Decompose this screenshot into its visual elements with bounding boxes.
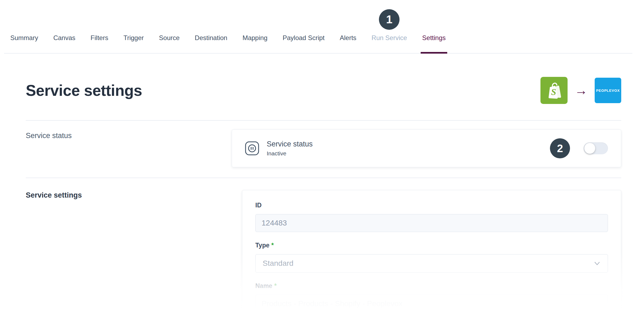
name-field-label: Name*: [255, 282, 608, 289]
tab-mapping[interactable]: Mapping: [243, 34, 268, 42]
annotation-badge-1: 1: [379, 9, 400, 30]
pause-icon: [245, 141, 259, 155]
top-navbar: Summary Canvas Filters Trigger Source De…: [0, 0, 644, 54]
annotation-badge-2: 2: [550, 138, 570, 158]
chevron-down-icon: [594, 260, 601, 267]
tab-payload-script[interactable]: Payload Script: [283, 34, 325, 42]
integration-logos: S → PEOPLEVOX: [540, 77, 621, 104]
type-select[interactable]: Standard: [255, 254, 608, 273]
service-settings-section: Service settings ID Type* Standard: [26, 178, 621, 314]
tab-source[interactable]: Source: [159, 34, 180, 42]
service-status-toggle[interactable]: [584, 142, 608, 154]
id-input[interactable]: [255, 214, 608, 232]
page-header: Service settings S → PEOPLEVOX: [26, 77, 621, 104]
type-select-value: Standard: [263, 259, 294, 268]
service-settings-form: ID Type* Standard Name*: [242, 190, 621, 314]
tab-trigger[interactable]: Trigger: [123, 34, 144, 42]
arrow-right-icon: →: [575, 84, 588, 97]
type-field-label: Type*: [255, 242, 608, 249]
peoplevox-logo: PEOPLEVOX: [595, 78, 621, 103]
id-field-label: ID: [255, 202, 608, 209]
required-asterisk: *: [274, 282, 277, 289]
name-input[interactable]: [255, 295, 608, 313]
page-title: Service settings: [26, 81, 142, 99]
status-card-subtitle: Inactive: [267, 150, 313, 157]
tab-filters[interactable]: Filters: [91, 34, 108, 42]
tab-run-service[interactable]: 1 Run Service: [372, 34, 407, 42]
tab-destination[interactable]: Destination: [195, 34, 227, 42]
status-card-title: Service status: [267, 140, 313, 148]
name-field-group: Name*: [255, 282, 608, 313]
service-settings-section-label: Service settings: [26, 190, 242, 314]
required-asterisk: *: [271, 242, 274, 249]
id-field-group: ID: [255, 202, 608, 232]
tab-summary[interactable]: Summary: [10, 34, 38, 42]
service-status-section: Service status Service status Inactive 2: [26, 121, 621, 178]
service-status-section-label: Service status: [26, 129, 232, 167]
svg-text:S: S: [551, 87, 556, 97]
type-field-group: Type* Standard: [255, 242, 608, 273]
service-status-card: Service status Inactive 2: [232, 129, 621, 167]
toggle-knob: [584, 143, 595, 154]
tab-settings[interactable]: Settings: [422, 34, 446, 42]
tab-run-service-label: Run Service: [372, 34, 407, 41]
tab-alerts[interactable]: Alerts: [340, 34, 356, 42]
tab-canvas[interactable]: Canvas: [53, 34, 75, 42]
tab-bar: Summary Canvas Filters Trigger Source De…: [0, 0, 644, 42]
shopify-icon: S: [540, 77, 568, 104]
